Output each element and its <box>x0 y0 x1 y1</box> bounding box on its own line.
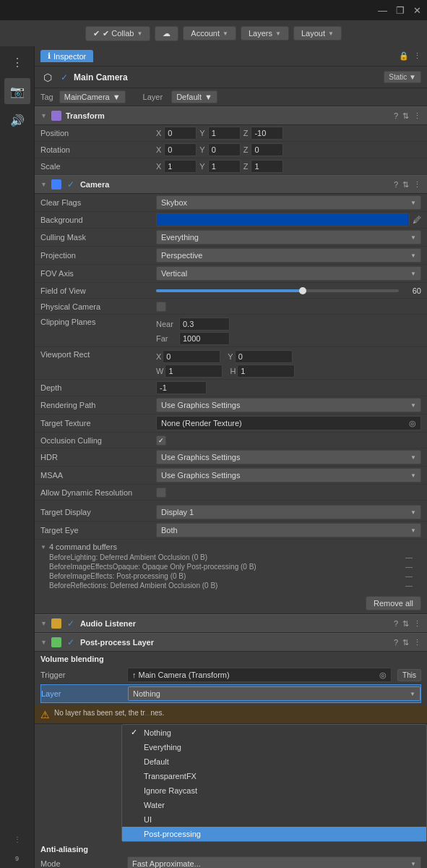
post-help-icon[interactable]: ? <box>394 638 398 647</box>
camera-menu-icon[interactable]: ⋮ <box>413 180 421 190</box>
occlusion-culling-checkbox[interactable]: ✓ <box>156 435 166 446</box>
position-y-input[interactable] <box>208 127 241 140</box>
cmd-item-4-dash: — <box>405 582 413 590</box>
scale-x-input[interactable] <box>164 160 197 173</box>
left-icon-1[interactable]: ⋮ <box>4 49 30 75</box>
camera-icon <box>51 179 61 190</box>
rendering-path-dropdown[interactable]: Use Graphics Settings ▼ <box>156 398 421 412</box>
cloud-button[interactable]: ☁ <box>155 26 178 41</box>
remove-all-button[interactable]: Remove all <box>366 596 421 610</box>
post-process-section-header[interactable]: ▼ ✓ Post-process Layer ? ⇅ ⋮ <box>35 633 427 652</box>
tag-dropdown[interactable]: MainCamera ▼ <box>59 90 126 103</box>
scale-y-input[interactable] <box>208 160 241 173</box>
post-active-checkbox[interactable]: ✓ <box>66 637 76 647</box>
inspector-menu-icon[interactable]: ⋮ <box>413 51 421 61</box>
target-display-dropdown[interactable]: Display 1 ▼ <box>156 505 421 519</box>
camera-active-checkbox[interactable]: ✓ <box>66 179 76 190</box>
physical-camera-checkbox[interactable] <box>156 302 166 312</box>
transform-menu-icon[interactable]: ⋮ <box>413 111 421 121</box>
inspector-content[interactable]: ⬡ ✓ Main Camera Static ▼ Tag MainCamera … <box>35 67 427 868</box>
collab-button[interactable]: ✔ ✔ Collab ▼ <box>85 26 150 41</box>
audio-menu-icon[interactable]: ⋮ <box>413 619 421 629</box>
dropdown-item-nothing[interactable]: Nothing <box>122 725 426 740</box>
hdr-row: HDR Use Graphics Settings ▼ <box>35 448 427 467</box>
dropdown-item-post-processing[interactable]: Post-processing <box>122 827 426 841</box>
lock-icon[interactable]: 🔒 <box>399 51 409 61</box>
mode-dropdown[interactable]: Fast Approximate... ▼ <box>127 856 421 868</box>
layer-field-arrow-icon: ▼ <box>410 691 415 697</box>
audio-settings-icon[interactable]: ⇅ <box>402 619 409 629</box>
layer-dropdown[interactable]: Default ▼ <box>171 90 217 103</box>
hdr-dropdown[interactable]: Use Graphics Settings ▼ <box>156 450 421 464</box>
fov-slider-track[interactable] <box>156 289 399 292</box>
target-eye-dropdown[interactable]: Both ▼ <box>156 523 421 537</box>
position-z-input[interactable] <box>251 127 283 140</box>
this-button[interactable]: This <box>397 669 421 681</box>
gameobject-active-checkbox[interactable]: ✓ <box>59 72 69 82</box>
maximize-button[interactable]: ❐ <box>396 5 405 16</box>
rotation-y-input[interactable] <box>208 143 241 156</box>
clipping-far-input[interactable] <box>179 332 230 345</box>
depth-input[interactable] <box>156 381 207 394</box>
rotation-label: Rotation <box>40 145 156 154</box>
viewport-x-input[interactable] <box>163 350 220 363</box>
dropdown-item-transparentfx[interactable]: TransparentFX <box>122 769 426 783</box>
allow-dynamic-checkbox[interactable] <box>156 488 166 498</box>
viewport-w-input[interactable] <box>165 365 223 378</box>
static-button[interactable]: Static ▼ <box>384 71 421 83</box>
eyedropper-icon[interactable]: 🖉 <box>413 215 421 225</box>
audio-help-icon[interactable]: ? <box>394 619 398 629</box>
rotation-z-input[interactable] <box>251 143 283 156</box>
minimize-button[interactable]: — <box>378 5 387 16</box>
scale-z-input[interactable] <box>251 160 283 173</box>
transform-title: Transform <box>66 111 389 120</box>
left-icon-camera[interactable]: 📷 <box>4 78 30 104</box>
position-x-input[interactable] <box>164 127 197 140</box>
culling-mask-row: Culling Mask Everything ▼ <box>35 229 427 247</box>
layer-field-dropdown[interactable]: Nothing ▼ <box>128 686 420 701</box>
culling-mask-dropdown[interactable]: Everything ▼ <box>156 230 421 244</box>
account-button[interactable]: Account ▼ <box>183 26 236 41</box>
fov-label: Field of View <box>40 286 156 295</box>
target-texture-field[interactable]: None (Render Texture) ◎ <box>156 416 421 430</box>
camera-settings-icon[interactable]: ⇅ <box>402 180 409 190</box>
dropdown-item-water[interactable]: Water <box>122 798 426 812</box>
fov-slider-thumb[interactable] <box>299 287 306 294</box>
left-icon-bottom[interactable]: ⋮ <box>4 826 30 852</box>
post-settings-icon[interactable]: ⇅ <box>402 638 409 647</box>
viewport-h-input[interactable] <box>237 365 295 378</box>
viewport-y-input[interactable] <box>235 350 293 363</box>
camera-help-icon[interactable]: ? <box>394 180 398 190</box>
camera-section-header[interactable]: ▼ ✓ Camera ? ⇅ ⋮ <box>35 175 427 194</box>
transform-section-header[interactable]: ▼ Transform ? ⇅ ⋮ <box>35 106 427 125</box>
scale-xyz: X Y Z <box>156 160 283 173</box>
dropdown-item-default[interactable]: Default <box>122 754 426 769</box>
rotation-x-input[interactable] <box>164 143 197 156</box>
audio-active-checkbox[interactable]: ✓ <box>66 618 76 629</box>
layers-button[interactable]: Layers ▼ <box>241 26 289 41</box>
remove-all-row: Remove all <box>35 593 427 614</box>
dropdown-item-everything[interactable]: Everything <box>122 740 426 754</box>
left-icon-3[interactable]: 🔊 <box>4 107 30 133</box>
clear-flags-dropdown[interactable]: Skybox ▼ <box>156 195 421 210</box>
inspector-tab[interactable]: ℹ Inspector <box>40 50 93 62</box>
rotation-xyz: X Y Z <box>156 143 283 156</box>
projection-dropdown[interactable]: Perspective ▼ <box>156 248 421 263</box>
trigger-field[interactable]: ↑ Main Camera (Transform) ◎ <box>127 668 392 682</box>
cmd-buffer-header[interactable]: ▼ 4 command buffers <box>40 542 421 551</box>
post-menu-icon[interactable]: ⋮ <box>413 638 421 647</box>
transform-help-icon[interactable]: ? <box>394 111 398 121</box>
clipping-near-input[interactable] <box>179 318 230 331</box>
msaa-dropdown[interactable]: Use Graphics Settings ▼ <box>156 468 421 482</box>
background-color-swatch[interactable] <box>156 213 410 226</box>
transform-settings-icon[interactable]: ⇅ <box>402 111 409 121</box>
fov-axis-dropdown[interactable]: Vertical ▼ <box>156 266 421 281</box>
close-button[interactable]: ✕ <box>413 5 421 16</box>
dropdown-item-ignore-raycast[interactable]: Ignore Raycast <box>122 783 426 798</box>
layout-button[interactable]: Layout ▼ <box>293 26 342 41</box>
clipping-planes-value: Near Far <box>156 318 421 345</box>
occlusion-culling-label: Occlusion Culling <box>40 436 156 445</box>
dropdown-item-ui[interactable]: UI <box>122 812 426 827</box>
audio-icon <box>51 618 61 629</box>
audio-listener-section-header[interactable]: ▼ ✓ Audio Listener ? ⇅ ⋮ <box>35 614 427 633</box>
